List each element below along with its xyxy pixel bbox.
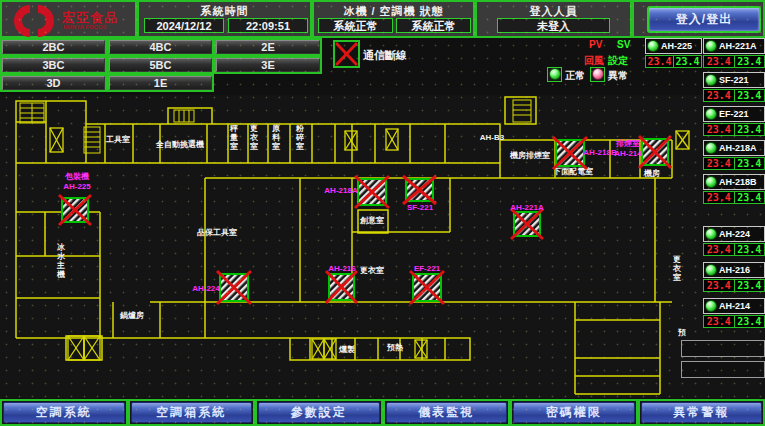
unit-sv-value: 23.4 xyxy=(735,158,765,169)
floor-plan-svg: 工具室全自動挑選機秤量室更衣室原料室粉碎室AH-B3機房排煙室下面配電室機房品保… xyxy=(0,95,765,398)
unit-pv-value: 23.4 xyxy=(704,56,735,67)
floor-button-3D[interactable]: 3D xyxy=(2,76,105,90)
unit-values-EF-221: 23.423.4 xyxy=(703,123,765,136)
footer-frame: 參數設定 xyxy=(255,399,383,426)
unit-AH-224[interactable]: AH-224 xyxy=(703,226,765,242)
floor-cell: 2E xyxy=(214,38,322,56)
unit-EF-221[interactable]: EF-221 xyxy=(703,106,765,122)
unit-status-led xyxy=(705,228,717,240)
unit-SF-221[interactable]: SF-221 xyxy=(703,72,765,88)
ahu-marker-label: AH-216 xyxy=(328,264,356,273)
normal-legend-label: 正常 xyxy=(565,69,585,83)
ahu-marker-label: EF-221 xyxy=(414,264,441,273)
unit-pv-value: 23.4 xyxy=(704,124,735,135)
footer-button-空調系統[interactable]: 空調系統 xyxy=(3,402,125,423)
ahu-comm-loss-EF-221[interactable]: EF-221 xyxy=(410,264,444,304)
unit-sv-value: 23.4 xyxy=(735,192,765,203)
unit-name-label: EF-221 xyxy=(719,109,749,119)
floor-cell: 3BC xyxy=(0,56,107,74)
empty-unit-slot xyxy=(681,340,765,357)
unit-AH-225[interactable]: AH-225 xyxy=(645,38,702,54)
ahu-comm-loss-AH-214[interactable]: 排煙室AH-214 xyxy=(614,136,671,168)
footer-frame: 儀表監視 xyxy=(383,399,511,426)
floor-button-5BC[interactable]: 5BC xyxy=(109,58,212,72)
plan-label: 品保工具室 xyxy=(197,227,237,237)
footer-button-異常警報[interactable]: 異常警報 xyxy=(641,402,763,423)
unit-sv-value: 23.4 xyxy=(735,316,765,327)
comm-loss-legend-label: 通信斷線 xyxy=(363,48,407,63)
footer-button-密碼權限[interactable]: 密碼權限 xyxy=(513,402,635,423)
unit-AH-216[interactable]: AH-216 xyxy=(703,262,765,278)
sv-label: SV xyxy=(617,39,630,50)
unit-AH-214[interactable]: AH-214 xyxy=(703,298,765,314)
unit-AH-218A[interactable]: AH-218A xyxy=(703,140,765,156)
brand-name-en: HUNYA FOODS xyxy=(63,24,107,30)
fan-x-icon xyxy=(68,336,100,360)
ahu-comm-loss-AH-218B[interactable]: AH-218B xyxy=(553,137,617,169)
unit-pv-value: 23.4 xyxy=(704,158,735,169)
login-button-section: 登入/登出 xyxy=(632,0,765,38)
unit-name-label: AH-225 xyxy=(661,41,692,51)
footer-bar: 空調系統空調箱系統參數設定儀表監視密碼權限異常警報 xyxy=(0,399,765,426)
unit-AH-218B[interactable]: AH-218B xyxy=(703,174,765,190)
sv-desc-label: 設定 xyxy=(608,54,628,68)
unit-pv-value: 23.4 xyxy=(704,192,735,203)
unit-values-AH-221A: 23.423.4 xyxy=(703,55,765,68)
system-date-value: 2024/12/12 xyxy=(144,18,224,33)
footer-frame: 密碼權限 xyxy=(510,399,638,426)
floor-button-3BC[interactable]: 3BC xyxy=(2,58,105,72)
ahu-comm-loss-AH-218A[interactable]: AH-218A xyxy=(324,176,389,208)
system-time-section: 系統時間 2024/12/12 22:09:51 xyxy=(137,0,312,38)
floor-button-4BC[interactable]: 4BC xyxy=(109,40,212,54)
ahu-comm-loss-AH-221A[interactable]: AH-221A xyxy=(510,203,544,239)
ahu-marker-label: AH-224 xyxy=(192,284,220,293)
floor-plan: 工具室全自動挑選機秤量室更衣室原料室粉碎室AH-B3機房排煙室下面配電室機房品保… xyxy=(0,95,765,398)
system-time-value: 22:09:51 xyxy=(228,18,308,33)
ahu-comm-loss-AH-224[interactable]: AH-224 xyxy=(192,271,251,304)
unit-pv-value: 23.4 xyxy=(704,244,735,255)
chiller-status-value: 系統正常 xyxy=(318,18,393,33)
unit-pv-value: 23.4 xyxy=(646,56,674,67)
fan-x-icon xyxy=(386,129,398,150)
unit-pv-value: 23.4 xyxy=(704,316,735,327)
ahu-marker-label: AH-218A xyxy=(324,186,358,195)
unit-values-AH-225: 23.423.4 xyxy=(645,55,702,68)
plan-label: 工具室 xyxy=(105,134,130,144)
unit-status-led xyxy=(705,176,717,188)
hunya-logo-icon xyxy=(8,5,60,37)
unit-status-led xyxy=(705,108,717,120)
fan-x-icon xyxy=(676,131,689,149)
footer-frame: 空調箱系統 xyxy=(128,399,256,426)
plan-label: 機房 xyxy=(643,168,660,178)
floor-button-2BC[interactable]: 2BC xyxy=(2,40,105,54)
footer-button-參數設定[interactable]: 參數設定 xyxy=(258,402,380,423)
footer-button-空調箱系統[interactable]: 空調箱系統 xyxy=(131,402,253,423)
unit-AH-221A[interactable]: AH-221A xyxy=(703,38,765,54)
ahu-comm-loss-SF-221[interactable]: SF-221 xyxy=(403,176,436,212)
plan-label: 全自動挑選機 xyxy=(155,139,204,149)
plan-label: 創意室 xyxy=(359,215,384,225)
ahu-marker-label: 排煙室AH-214 xyxy=(614,138,642,158)
plan-label: 更衣室 xyxy=(672,255,682,282)
footer-button-儀表監視[interactable]: 儀表監視 xyxy=(386,402,508,423)
login-logout-button[interactable]: 登入/登出 xyxy=(647,6,761,33)
unit-name-label: AH-224 xyxy=(719,229,750,239)
unit-name-label: AH-218B xyxy=(719,177,757,187)
ahu-comm-loss-AH-225[interactable]: 包裝機AH-225 xyxy=(59,172,91,225)
abnormal-legend-label: 異常 xyxy=(608,69,628,83)
floor-button-3E[interactable]: 3E xyxy=(216,58,320,72)
ahu-comm-loss-AH-216[interactable]: AH-216 xyxy=(326,264,357,303)
system-time-label: 系統時間 xyxy=(139,4,310,19)
ahu-marker-label: AH-221A xyxy=(510,203,544,212)
unit-status-led xyxy=(705,300,717,312)
comm-loss-legend-icon xyxy=(333,40,360,68)
unit-pv-value: 23.4 xyxy=(704,280,735,291)
plan-label: AH-B3 xyxy=(480,133,505,142)
floor-button-1E[interactable]: 1E xyxy=(109,76,212,90)
unit-status-led xyxy=(705,142,717,154)
unit-name-label: AH-216 xyxy=(719,265,750,275)
ahu-marker-label: SF-221 xyxy=(407,203,434,212)
floor-button-2E[interactable]: 2E xyxy=(216,40,320,54)
unit-values-SF-221: 23.423.4 xyxy=(703,89,765,102)
plan-label: 原料室 xyxy=(271,124,281,151)
